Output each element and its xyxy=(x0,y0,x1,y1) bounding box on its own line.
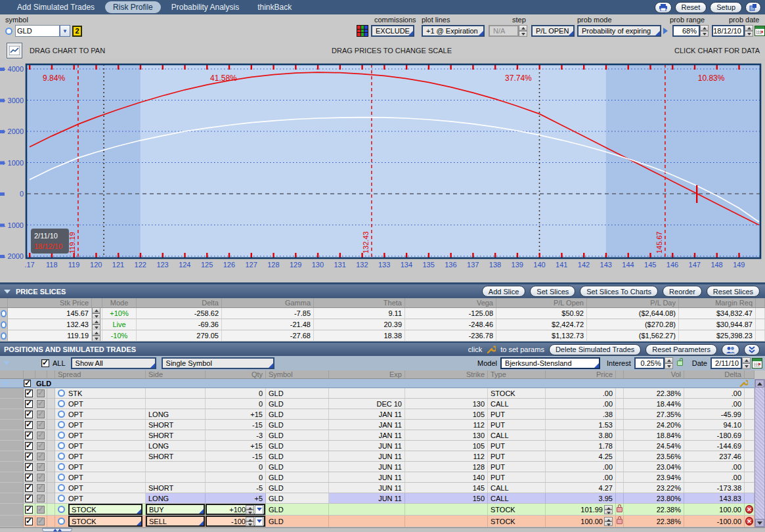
prob-date-spinner[interactable] xyxy=(745,25,753,37)
stk-price-spinner[interactable] xyxy=(92,319,100,330)
date-calendar-icon[interactable] xyxy=(752,358,762,368)
single-symbol-select[interactable]: Single Symbol xyxy=(162,357,274,369)
position-radio[interactable] xyxy=(58,410,65,418)
row-checkbox[interactable] xyxy=(25,432,33,439)
position-radio[interactable] xyxy=(58,463,65,470)
price-lock-icon[interactable] xyxy=(617,507,623,512)
symbol-radio[interactable] xyxy=(5,28,12,35)
stk-price-spinner[interactable] xyxy=(92,308,100,319)
row-lock-checkbox[interactable] xyxy=(37,389,45,397)
commissions-grid-icon[interactable] xyxy=(357,25,368,37)
row-lock-checkbox[interactable] xyxy=(37,518,45,525)
reset-slices-button[interactable]: Reset Slices xyxy=(707,286,760,297)
cell-stk[interactable]: 119.19 xyxy=(8,330,92,342)
qty-editor[interactable]: -100 xyxy=(206,516,265,527)
prob-expand-icon[interactable] xyxy=(663,28,668,34)
interest-value[interactable]: 0.25% xyxy=(634,357,665,369)
row-checkbox[interactable] xyxy=(25,474,33,481)
vertical-scrollbar[interactable] xyxy=(754,379,765,527)
position-radio[interactable] xyxy=(58,474,65,481)
row-lock-checkbox[interactable] xyxy=(37,421,45,429)
price-lock-icon[interactable] xyxy=(617,519,623,524)
cell-stk[interactable]: 145.67 xyxy=(8,308,92,319)
row-checkbox[interactable] xyxy=(25,442,33,450)
side-select[interactable]: SELL xyxy=(146,516,205,527)
all-checkbox[interactable] xyxy=(41,359,49,367)
qty-spinner[interactable] xyxy=(246,517,254,526)
spread-select[interactable]: STOCK xyxy=(68,516,142,527)
interest-unlock-icon[interactable] xyxy=(677,361,683,366)
symbol-dropdown-icon[interactable]: ▼ xyxy=(60,25,70,37)
scroll-down-arrow[interactable] xyxy=(755,519,764,527)
row-lock-checkbox[interactable] xyxy=(37,474,45,481)
row-lock-checkbox[interactable] xyxy=(37,453,45,460)
qty-dropdown-icon[interactable] xyxy=(255,517,263,526)
tab-risk-profile[interactable]: Risk Profile xyxy=(105,1,161,13)
row-checkbox[interactable] xyxy=(25,506,33,514)
horizontal-scrollbar[interactable] xyxy=(0,527,765,532)
position-radio[interactable] xyxy=(58,389,65,397)
reorder-button[interactable]: Reorder xyxy=(663,286,702,297)
symbol-count-badge[interactable]: 2 xyxy=(72,26,82,37)
row-lock-checkbox[interactable] xyxy=(37,506,45,514)
position-radio[interactable] xyxy=(58,495,65,502)
group-settings-button[interactable] xyxy=(722,344,739,355)
group-expand-icon[interactable] xyxy=(3,382,9,386)
qty-dropdown-icon[interactable] xyxy=(255,505,263,514)
position-radio[interactable] xyxy=(58,442,65,449)
position-radio[interactable] xyxy=(58,518,65,525)
print-button[interactable] xyxy=(655,2,672,13)
row-lock-checkbox[interactable] xyxy=(37,410,45,418)
price-value[interactable]: 101.99 xyxy=(580,506,603,514)
position-radio[interactable] xyxy=(58,421,65,428)
price-spinner[interactable] xyxy=(604,505,613,514)
cell-stk[interactable]: 132.43 xyxy=(8,319,92,330)
date-spinner[interactable] xyxy=(742,357,751,369)
symbol-input[interactable] xyxy=(15,25,60,37)
qty-spinner[interactable] xyxy=(246,505,254,514)
slice-radio[interactable] xyxy=(1,332,7,340)
prob-range-spinner[interactable] xyxy=(700,25,709,37)
commissions-select[interactable]: EXCLUDE xyxy=(371,25,414,37)
price-spinner[interactable] xyxy=(604,517,613,526)
prob-date-calendar-icon[interactable] xyxy=(754,26,765,36)
tab-thinkback[interactable]: thinkBack xyxy=(250,1,299,13)
slice-radio[interactable] xyxy=(1,310,7,317)
date-value[interactable]: 2/11/10 xyxy=(710,357,742,369)
row-checkbox[interactable] xyxy=(25,400,33,408)
chart-mode-button[interactable] xyxy=(7,43,22,58)
row-lock-checkbox[interactable] xyxy=(37,400,45,408)
filter-collapse-icon[interactable] xyxy=(3,361,10,365)
prob-range-value[interactable]: 68% xyxy=(672,25,700,37)
row-checkbox[interactable] xyxy=(25,410,33,418)
delete-simulated-trades-button[interactable]: Delete Simulated Trades xyxy=(549,344,641,355)
cell-mode[interactable]: -10% xyxy=(102,330,137,342)
row-lock-checkbox[interactable] xyxy=(37,484,45,492)
plot-lines-select[interactable]: +1 @ Expiration xyxy=(422,25,485,37)
row-checkbox[interactable] xyxy=(25,484,33,492)
position-radio[interactable] xyxy=(58,484,65,491)
row-checkbox[interactable] xyxy=(25,453,33,460)
set-slices-button[interactable]: Set Slices xyxy=(530,286,575,297)
collapse-all-button[interactable] xyxy=(744,344,760,355)
pl-mode-select[interactable]: P/L OPEN xyxy=(531,25,575,37)
row-lock-checkbox[interactable] xyxy=(37,442,45,450)
slice-radio[interactable] xyxy=(1,321,7,328)
tab-add-simulated-trades[interactable]: Add Simulated Trades xyxy=(9,1,102,13)
position-radio[interactable] xyxy=(58,506,65,513)
tab-probability-analysis[interactable]: Probability Analysis xyxy=(164,1,247,13)
cell-mode[interactable]: +10% xyxy=(102,308,137,319)
row-checkbox[interactable] xyxy=(25,518,33,525)
model-select[interactable]: Bjerksund-Stensland xyxy=(500,357,600,369)
row-checkbox[interactable] xyxy=(25,463,33,471)
group-wrench-icon[interactable] xyxy=(739,380,748,388)
step-spinner[interactable] xyxy=(519,25,527,37)
risk-profile-chart[interactable]: 119.19132.43145.679.84%41.58%37.74%10.83… xyxy=(0,59,765,282)
add-slice-button[interactable]: Add Slice xyxy=(482,286,525,297)
reset-button[interactable]: Reset xyxy=(675,2,707,13)
set-slices-to-charts-button[interactable]: Set Slices To Charts xyxy=(580,286,658,297)
interest-spinner[interactable] xyxy=(665,357,673,369)
panel-collapse-button[interactable] xyxy=(42,528,72,532)
row-lock-checkbox[interactable] xyxy=(37,432,45,439)
show-all-select[interactable]: Show All xyxy=(71,357,156,369)
